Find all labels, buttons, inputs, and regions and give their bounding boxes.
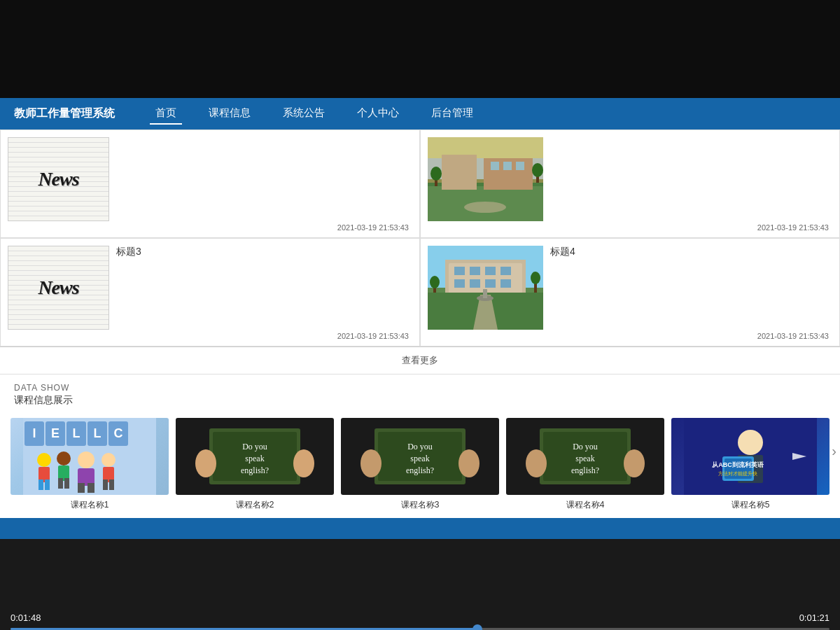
svg-point-85	[526, 449, 547, 477]
course-image-5: 从ABC到流利英语 方法对才能提升快	[671, 418, 830, 495]
course-card-3[interactable]: Do you speak english? 课程名称3	[341, 418, 499, 511]
svg-rect-8	[503, 162, 512, 170]
news-image-2	[428, 137, 543, 221]
svg-point-86	[624, 449, 645, 477]
course-card-2[interactable]: Do you speak english? 课程名称2	[176, 418, 334, 511]
svg-text:从ABC到流利英语: 从ABC到流利英语	[711, 461, 764, 468]
svg-text:english?: english?	[406, 465, 434, 475]
svg-text:english?: english?	[241, 465, 269, 475]
navbar: 教师工作量管理系统 首页 课程信息 系统公告 个人中心 后台管理	[0, 98, 840, 130]
course-name-2: 课程名称2	[236, 499, 274, 511]
course-next-arrow[interactable]: ›	[832, 443, 836, 459]
svg-text:Do you: Do you	[407, 442, 433, 451]
news-date-4: 2021-03-19 21:53:43	[757, 332, 829, 340]
course-image-2: Do you speak english?	[176, 418, 334, 495]
svg-point-13	[532, 163, 543, 177]
video-area: 0:01:48 0:01:21	[0, 539, 840, 630]
svg-text:I: I	[32, 426, 36, 440]
svg-point-69	[195, 449, 216, 477]
svg-text:E: E	[51, 426, 59, 440]
main-content: News 2021-03-19 21:53:43	[0, 130, 840, 518]
svg-rect-20	[454, 267, 465, 275]
svg-point-59	[102, 453, 115, 467]
news-date-2: 2021-03-19 21:53:43	[757, 223, 829, 232]
svg-rect-61	[103, 479, 108, 490]
svg-point-47	[37, 453, 51, 467]
svg-rect-49	[38, 479, 43, 490]
news-item-3[interactable]: News 标题3 2021-03-19 21:53:43	[0, 238, 420, 346]
svg-point-88	[738, 430, 763, 455]
data-show-subtitle: 课程信息展示	[14, 394, 826, 407]
footer-blue-bar	[0, 518, 840, 539]
svg-rect-9	[516, 162, 524, 170]
svg-rect-62	[109, 479, 114, 490]
course-card-4[interactable]: Do you speak english? 课程名称4	[506, 418, 664, 511]
nav-item-announcements[interactable]: 系统公告	[277, 103, 330, 125]
svg-rect-54	[64, 478, 69, 489]
news-date-1: 2021-03-19 21:53:43	[337, 223, 409, 232]
svg-rect-24	[454, 279, 465, 288]
svg-rect-26	[485, 279, 496, 288]
svg-rect-25	[470, 279, 480, 288]
svg-point-29	[430, 276, 440, 288]
news-image-1: News	[8, 137, 109, 221]
course-section-wrapper: I E L L C	[0, 412, 840, 518]
news-image-4	[428, 246, 543, 330]
progress-thumb	[472, 624, 482, 630]
course-image-3: Do you speak english?	[341, 418, 499, 495]
news-text-3: News	[38, 276, 78, 299]
course-image-1: I E L L C	[10, 418, 169, 495]
svg-rect-22	[485, 267, 496, 275]
svg-point-31	[531, 272, 540, 284]
nav-item-courses[interactable]: 课程信息	[203, 103, 256, 125]
nav-item-profile[interactable]: 个人中心	[351, 103, 405, 125]
svg-point-78	[458, 449, 479, 477]
svg-rect-27	[500, 279, 511, 288]
svg-rect-35	[483, 289, 487, 298]
svg-text:english?: english?	[571, 465, 599, 475]
svg-text:方法对才能提升快: 方法对才能提升快	[718, 471, 757, 477]
course-card-5[interactable]: 从ABC到流利英语 方法对才能提升快 课程名称5	[671, 418, 830, 511]
news-date-3: 2021-03-19 21:53:43	[337, 332, 409, 340]
nav-item-admin[interactable]: 后台管理	[426, 103, 479, 125]
svg-point-77	[360, 449, 382, 477]
news-title-4: 标题4	[550, 246, 575, 258]
svg-point-55	[78, 451, 94, 468]
svg-rect-7	[491, 162, 499, 170]
time-remaining: 0:01:21	[799, 612, 830, 623]
svg-rect-53	[58, 478, 63, 489]
svg-text:Do you: Do you	[573, 442, 598, 451]
course-name-3: 课程名称3	[401, 499, 440, 511]
news-text-1: News	[38, 168, 78, 190]
svg-point-11	[430, 167, 442, 181]
data-show-label: DATA SHOW	[14, 383, 826, 393]
top-black-bar	[0, 0, 840, 98]
nav-item-home[interactable]: 首页	[150, 103, 182, 125]
svg-rect-57	[78, 483, 85, 493]
svg-point-51	[57, 451, 71, 465]
data-show-section: DATA SHOW 课程信息展示	[0, 374, 840, 412]
course-card-1[interactable]: I E L L C	[10, 418, 169, 511]
news-item-2[interactable]: 2021-03-19 21:53:43	[420, 130, 840, 238]
svg-point-70	[293, 449, 314, 477]
news-item-1[interactable]: News 2021-03-19 21:53:43	[0, 130, 420, 238]
svg-text:speak: speak	[575, 454, 594, 463]
news-item-4[interactable]: 标题4 2021-03-19 21:53:43	[420, 238, 840, 346]
course-name-5: 课程名称5	[732, 499, 770, 511]
svg-text:L: L	[73, 426, 80, 440]
svg-rect-5	[442, 155, 477, 190]
news-grid: News 2021-03-19 21:53:43	[0, 130, 840, 347]
svg-point-14	[464, 202, 506, 213]
svg-text:Do you: Do you	[242, 442, 267, 451]
svg-rect-23	[500, 267, 511, 275]
course-image-4: Do you speak english?	[506, 418, 664, 495]
svg-text:speak: speak	[410, 454, 429, 463]
course-name-1: 课程名称1	[71, 499, 109, 511]
time-elapsed: 0:01:48	[10, 612, 41, 623]
svg-rect-58	[88, 483, 94, 493]
view-more[interactable]: 查看更多	[0, 347, 840, 374]
svg-text:C: C	[114, 426, 123, 440]
nav-items: 首页 课程信息 系统公告 个人中心 后台管理	[150, 103, 479, 125]
svg-text:L: L	[94, 426, 102, 440]
course-cards: I E L L C	[0, 412, 840, 518]
